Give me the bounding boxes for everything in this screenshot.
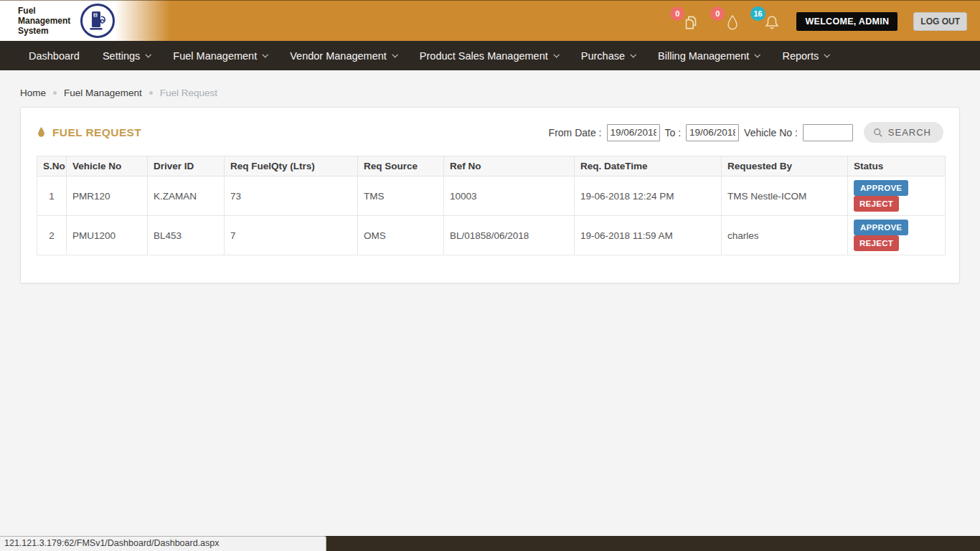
cell-req-datetime: 19-06-2018 12:24 PM: [575, 176, 722, 216]
col-driver-id: Driver ID: [148, 156, 225, 176]
breadcrumb: Home Fuel Management Fuel Request: [0, 70, 980, 107]
page-title-text: FUEL REQUEST: [52, 126, 141, 139]
fuel-drop-notification[interactable]: 0: [716, 9, 740, 34]
from-date-label: From Date :: [549, 127, 602, 138]
breadcrumb-separator: [53, 91, 57, 95]
table-row: 1 PMR120 K.ZAMAN 73 TMS 10003 19-06-2018…: [37, 176, 946, 216]
chevron-down-icon: [263, 52, 268, 57]
breadcrumb-fuel-management[interactable]: Fuel Management: [64, 88, 142, 98]
chevron-down-icon: [146, 52, 151, 57]
from-date-input[interactable]: [607, 124, 660, 141]
cell-status: APPROVEREJECT: [848, 216, 946, 255]
chevron-down-icon: [392, 52, 397, 57]
cell-requested-by: TMS Nestle-ICOM: [722, 176, 848, 216]
header-actions: 0 0 16 WELCOME, ADMIN LOG OUT: [676, 1, 967, 42]
app-logo-text: Fuel Management System: [18, 6, 70, 36]
to-date-input[interactable]: [686, 124, 739, 141]
chevron-down-icon: [631, 52, 636, 57]
breadcrumb-current: Fuel Request: [160, 88, 217, 98]
chevron-down-icon: [824, 52, 830, 57]
nav-item-dashboard[interactable]: Dashboard: [17, 41, 91, 70]
reject-button[interactable]: REJECT: [854, 235, 899, 251]
vehicle-no-input[interactable]: [803, 124, 853, 141]
cell-ref-no: 10003: [444, 176, 575, 216]
logo-line-3: System: [18, 26, 70, 36]
search-icon: [873, 128, 883, 138]
top-header: Fuel Management System B 0 0: [0, 0, 980, 41]
reject-button[interactable]: REJECT: [854, 196, 899, 212]
fuel-pump-logo-icon: B: [80, 4, 115, 38]
approve-button[interactable]: APPROVE: [854, 220, 908, 235]
bell-icon: [763, 14, 781, 32]
table-row: 2 PMU1200 BL453 7 OMS BL/01858/06/2018 1…: [37, 216, 946, 255]
breadcrumb-home[interactable]: Home: [20, 88, 46, 98]
cell-req-fuel-qty: 7: [225, 216, 358, 255]
nav-item-billing-management[interactable]: Billing Management: [646, 41, 771, 70]
nav-item-fuel-management[interactable]: Fuel Management: [161, 41, 278, 70]
welcome-admin-button[interactable]: WELCOME, ADMIN: [796, 12, 897, 31]
alerts-badge: 16: [750, 6, 765, 21]
search-button[interactable]: SEARCH: [864, 122, 943, 143]
alerts-notification[interactable]: 16: [756, 9, 781, 34]
col-sno: S.No: [37, 156, 67, 176]
fuel-request-panel: FUEL REQUEST From Date : To : Vehicle No…: [20, 107, 960, 283]
documents-notification[interactable]: 0: [676, 9, 700, 34]
chevron-down-icon: [755, 52, 760, 57]
cell-sno: 1: [37, 176, 67, 216]
cell-vehicle-no: PMU1200: [67, 216, 148, 255]
nav-item-vendor-management[interactable]: Vendor Management: [278, 41, 408, 70]
cell-sno: 2: [37, 216, 67, 255]
search-button-label: SEARCH: [888, 127, 931, 138]
documents-badge: 0: [670, 6, 684, 21]
nav-item-settings[interactable]: Settings: [91, 41, 161, 70]
cell-status: APPROVEREJECT: [848, 176, 946, 216]
nav-item-reports[interactable]: Reports: [771, 41, 840, 70]
breadcrumb-separator: [149, 91, 153, 95]
droplet-icon: [37, 126, 46, 138]
nav-item-purchase[interactable]: Purchase: [570, 41, 646, 70]
page-title: FUEL REQUEST: [37, 126, 141, 139]
browser-status-url: 121.121.3.179:62/FMSv1/Dashboard/Dashboa…: [0, 536, 326, 551]
fuel-drop-badge: 0: [710, 6, 725, 21]
approve-button[interactable]: APPROVE: [854, 180, 908, 196]
col-requested-by: Requested By: [722, 156, 848, 176]
cell-req-source: OMS: [358, 216, 444, 255]
cell-requested-by: charles: [722, 216, 848, 255]
col-status: Status: [848, 156, 946, 176]
cell-driver-id: BL453: [148, 216, 225, 255]
cell-req-datetime: 19-06-2018 11:59 AM: [575, 216, 722, 255]
fuel-request-table: S.No Vehicle No Driver ID Req FuelQty (L…: [37, 156, 946, 255]
cell-vehicle-no: PMR120: [67, 176, 148, 216]
droplet-icon: [725, 14, 740, 32]
col-vehicle-no: Vehicle No: [67, 156, 148, 176]
cell-req-fuel-qty: 73: [225, 176, 358, 216]
app-logo: Fuel Management System B: [0, 4, 115, 38]
logout-button[interactable]: LOG OUT: [913, 12, 967, 31]
nav-item-product-sales-management[interactable]: Product Sales Management: [408, 41, 570, 70]
logo-line-2: Management: [18, 16, 70, 26]
cell-ref-no: BL/01858/06/2018: [444, 216, 575, 255]
cell-req-source: TMS: [358, 176, 444, 216]
vehicle-no-label: Vehicle No :: [744, 127, 798, 138]
to-date-label: To :: [665, 127, 682, 138]
search-filters: From Date : To : Vehicle No : SEARCH: [549, 122, 943, 143]
col-req-datetime: Req. DateTime: [575, 156, 722, 176]
table-header-row: S.No Vehicle No Driver ID Req FuelQty (L…: [37, 156, 946, 176]
col-req-source: Req Source: [358, 156, 444, 176]
cell-driver-id: K.ZAMAN: [148, 176, 225, 216]
main-nav: Dashboard Settings Fuel Management Vendo…: [0, 41, 980, 70]
chevron-down-icon: [553, 52, 559, 57]
col-ref-no: Ref No: [444, 156, 575, 176]
col-req-fuel-qty: Req FuelQty (Ltrs): [225, 156, 358, 176]
logo-line-1: Fuel: [18, 6, 70, 16]
documents-icon: [682, 14, 700, 32]
